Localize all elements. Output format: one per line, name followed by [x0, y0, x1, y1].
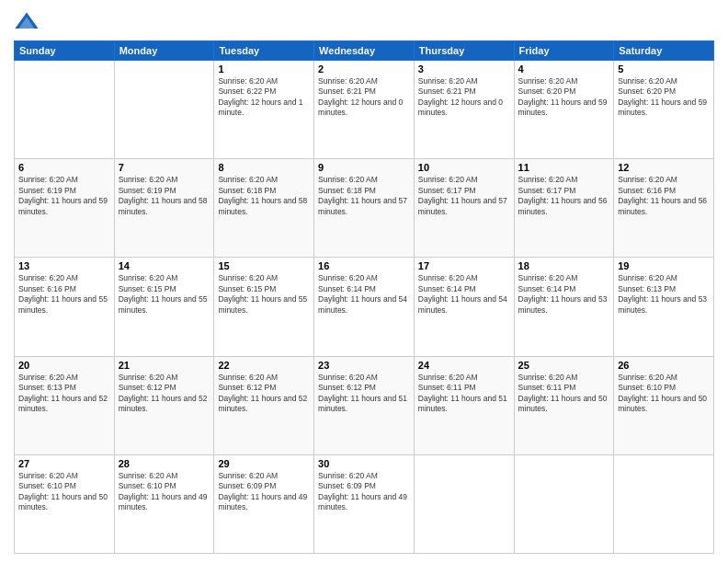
- col-header-thursday: Thursday: [414, 41, 514, 61]
- cell-info-text: Sunrise: 6:20 AM Sunset: 6:14 PM Dayligh…: [418, 273, 510, 316]
- page: SundayMondayTuesdayWednesdayThursdayFrid…: [0, 0, 728, 563]
- cell-info-text: Sunrise: 6:20 AM Sunset: 6:09 PM Dayligh…: [318, 471, 410, 513]
- cell-info-text: Sunrise: 6:20 AM Sunset: 6:16 PM Dayligh…: [18, 273, 110, 316]
- calendar-cell: 19Sunrise: 6:20 AM Sunset: 6:13 PM Dayli…: [614, 258, 714, 356]
- cell-day-number: 11: [518, 162, 610, 173]
- cell-day-number: 25: [518, 360, 610, 371]
- cell-info-text: Sunrise: 6:20 AM Sunset: 6:10 PM Dayligh…: [119, 471, 210, 513]
- cell-day-number: 9: [318, 162, 410, 173]
- cell-day-number: 26: [618, 360, 710, 371]
- cell-day-number: 2: [318, 63, 410, 75]
- logo: [14, 9, 43, 35]
- calendar-cell: 17Sunrise: 6:20 AM Sunset: 6:14 PM Dayli…: [414, 258, 514, 356]
- calendar-cell: 8Sunrise: 6:20 AM Sunset: 6:18 PM Daylig…: [214, 159, 314, 258]
- calendar-cell: 29Sunrise: 6:20 AM Sunset: 6:09 PM Dayli…: [214, 454, 314, 553]
- col-header-tuesday: Tuesday: [214, 41, 314, 61]
- calendar-cell: 30Sunrise: 6:20 AM Sunset: 6:09 PM Dayli…: [314, 454, 415, 553]
- cell-day-number: 12: [618, 162, 710, 173]
- cell-info-text: Sunrise: 6:20 AM Sunset: 6:17 PM Dayligh…: [418, 175, 510, 217]
- logo-icon: [14, 9, 40, 35]
- cell-info-text: Sunrise: 6:20 AM Sunset: 6:21 PM Dayligh…: [418, 76, 510, 119]
- calendar-cell: 24Sunrise: 6:20 AM Sunset: 6:11 PM Dayli…: [414, 356, 514, 454]
- calendar-table: SundayMondayTuesdayWednesdayThursdayFrid…: [14, 40, 714, 554]
- calendar-cell: 16Sunrise: 6:20 AM Sunset: 6:14 PM Dayli…: [314, 258, 415, 356]
- cell-info-text: Sunrise: 6:20 AM Sunset: 6:18 PM Dayligh…: [318, 175, 410, 217]
- calendar-cell: 18Sunrise: 6:20 AM Sunset: 6:14 PM Dayli…: [514, 258, 614, 356]
- calendar-cell: [114, 61, 214, 159]
- calendar-week-row: 13Sunrise: 6:20 AM Sunset: 6:16 PM Dayli…: [15, 258, 714, 356]
- calendar-cell: 14Sunrise: 6:20 AM Sunset: 6:15 PM Dayli…: [114, 258, 214, 356]
- calendar-cell: 20Sunrise: 6:20 AM Sunset: 6:13 PM Dayli…: [15, 356, 115, 454]
- cell-day-number: 10: [418, 162, 510, 173]
- calendar-cell: 13Sunrise: 6:20 AM Sunset: 6:16 PM Dayli…: [15, 258, 115, 356]
- calendar-week-row: 6Sunrise: 6:20 AM Sunset: 6:19 PM Daylig…: [15, 159, 714, 258]
- cell-day-number: 7: [119, 162, 210, 173]
- calendar-cell: 5Sunrise: 6:20 AM Sunset: 6:20 PM Daylig…: [614, 61, 714, 159]
- calendar-cell: 7Sunrise: 6:20 AM Sunset: 6:19 PM Daylig…: [114, 159, 214, 258]
- cell-info-text: Sunrise: 6:20 AM Sunset: 6:17 PM Dayligh…: [518, 175, 610, 217]
- cell-day-number: 18: [518, 260, 610, 271]
- cell-day-number: 14: [119, 260, 210, 271]
- cell-info-text: Sunrise: 6:20 AM Sunset: 6:13 PM Dayligh…: [618, 273, 710, 316]
- cell-info-text: Sunrise: 6:20 AM Sunset: 6:14 PM Dayligh…: [318, 273, 410, 316]
- cell-info-text: Sunrise: 6:20 AM Sunset: 6:13 PM Dayligh…: [18, 373, 110, 415]
- calendar-cell: 22Sunrise: 6:20 AM Sunset: 6:12 PM Dayli…: [214, 356, 314, 454]
- calendar-cell: 12Sunrise: 6:20 AM Sunset: 6:16 PM Dayli…: [614, 159, 714, 258]
- cell-info-text: Sunrise: 6:20 AM Sunset: 6:10 PM Dayligh…: [18, 471, 110, 513]
- calendar-cell: 28Sunrise: 6:20 AM Sunset: 6:10 PM Dayli…: [114, 454, 214, 553]
- calendar-week-row: 27Sunrise: 6:20 AM Sunset: 6:10 PM Dayli…: [15, 454, 714, 553]
- cell-day-number: 3: [418, 63, 510, 75]
- calendar-cell: [15, 61, 115, 159]
- calendar-cell: 4Sunrise: 6:20 AM Sunset: 6:20 PM Daylig…: [514, 61, 614, 159]
- calendar-cell: 21Sunrise: 6:20 AM Sunset: 6:12 PM Dayli…: [114, 356, 214, 454]
- cell-info-text: Sunrise: 6:20 AM Sunset: 6:19 PM Dayligh…: [119, 175, 210, 217]
- cell-info-text: Sunrise: 6:20 AM Sunset: 6:16 PM Dayligh…: [618, 175, 710, 217]
- col-header-sunday: Sunday: [15, 41, 115, 61]
- calendar-cell: 15Sunrise: 6:20 AM Sunset: 6:15 PM Dayli…: [214, 258, 314, 356]
- col-header-monday: Monday: [114, 41, 214, 61]
- cell-info-text: Sunrise: 6:20 AM Sunset: 6:11 PM Dayligh…: [518, 373, 610, 415]
- cell-day-number: 17: [418, 260, 510, 271]
- cell-day-number: 15: [218, 260, 310, 271]
- cell-info-text: Sunrise: 6:20 AM Sunset: 6:21 PM Dayligh…: [318, 76, 410, 119]
- cell-info-text: Sunrise: 6:20 AM Sunset: 6:11 PM Dayligh…: [418, 373, 510, 415]
- calendar-cell: 1Sunrise: 6:20 AM Sunset: 6:22 PM Daylig…: [214, 61, 314, 159]
- calendar-week-row: 20Sunrise: 6:20 AM Sunset: 6:13 PM Dayli…: [15, 356, 714, 454]
- cell-info-text: Sunrise: 6:20 AM Sunset: 6:09 PM Dayligh…: [218, 471, 310, 513]
- calendar-cell: [414, 454, 514, 553]
- cell-day-number: 13: [18, 260, 110, 271]
- calendar-cell: 25Sunrise: 6:20 AM Sunset: 6:11 PM Dayli…: [514, 356, 614, 454]
- header: [14, 9, 714, 35]
- cell-info-text: Sunrise: 6:20 AM Sunset: 6:12 PM Dayligh…: [119, 373, 210, 415]
- cell-info-text: Sunrise: 6:20 AM Sunset: 6:12 PM Dayligh…: [218, 373, 310, 415]
- calendar-cell: 10Sunrise: 6:20 AM Sunset: 6:17 PM Dayli…: [414, 159, 514, 258]
- cell-day-number: 22: [218, 360, 310, 371]
- col-header-friday: Friday: [514, 41, 614, 61]
- cell-info-text: Sunrise: 6:20 AM Sunset: 6:22 PM Dayligh…: [218, 76, 310, 119]
- calendar-cell: 23Sunrise: 6:20 AM Sunset: 6:12 PM Dayli…: [314, 356, 415, 454]
- col-header-wednesday: Wednesday: [314, 41, 415, 61]
- cell-day-number: 16: [318, 260, 410, 271]
- cell-day-number: 28: [119, 458, 210, 469]
- cell-day-number: 30: [318, 458, 410, 469]
- cell-day-number: 27: [18, 458, 110, 469]
- cell-day-number: 1: [218, 63, 310, 75]
- cell-day-number: 6: [18, 162, 110, 173]
- calendar-cell: 3Sunrise: 6:20 AM Sunset: 6:21 PM Daylig…: [414, 61, 514, 159]
- calendar-cell: [614, 454, 714, 553]
- calendar-cell: 27Sunrise: 6:20 AM Sunset: 6:10 PM Dayli…: [15, 454, 115, 553]
- cell-info-text: Sunrise: 6:20 AM Sunset: 6:20 PM Dayligh…: [618, 76, 710, 119]
- cell-day-number: 19: [618, 260, 710, 271]
- cell-info-text: Sunrise: 6:20 AM Sunset: 6:15 PM Dayligh…: [119, 273, 210, 316]
- cell-info-text: Sunrise: 6:20 AM Sunset: 6:20 PM Dayligh…: [518, 76, 610, 119]
- cell-day-number: 21: [119, 360, 210, 371]
- cell-day-number: 29: [218, 458, 310, 469]
- cell-info-text: Sunrise: 6:20 AM Sunset: 6:15 PM Dayligh…: [218, 273, 310, 316]
- cell-day-number: 20: [18, 360, 110, 371]
- cell-info-text: Sunrise: 6:20 AM Sunset: 6:14 PM Dayligh…: [518, 273, 610, 316]
- calendar-cell: 26Sunrise: 6:20 AM Sunset: 6:10 PM Dayli…: [614, 356, 714, 454]
- cell-info-text: Sunrise: 6:20 AM Sunset: 6:12 PM Dayligh…: [318, 373, 410, 415]
- cell-info-text: Sunrise: 6:20 AM Sunset: 6:10 PM Dayligh…: [618, 373, 710, 415]
- calendar-cell: 11Sunrise: 6:20 AM Sunset: 6:17 PM Dayli…: [514, 159, 614, 258]
- cell-info-text: Sunrise: 6:20 AM Sunset: 6:19 PM Dayligh…: [18, 175, 110, 217]
